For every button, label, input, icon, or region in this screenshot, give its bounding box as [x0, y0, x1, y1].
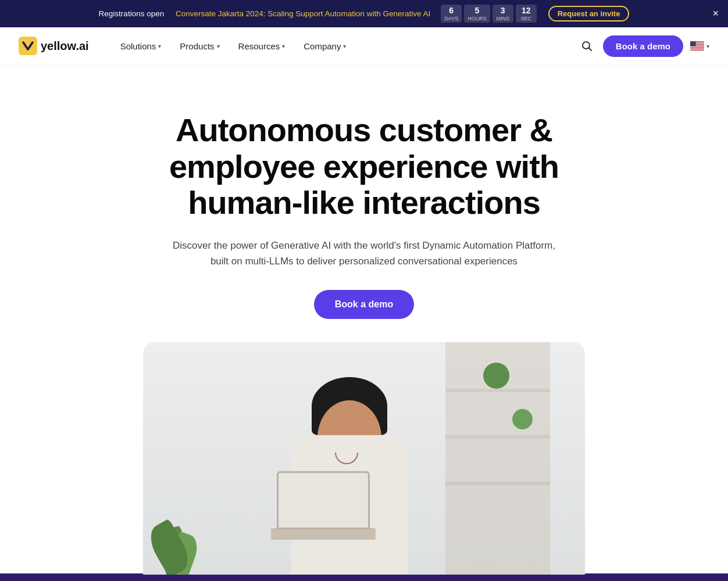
shelf-plank-2: [445, 435, 550, 439]
request-invite-button[interactable]: Request an invite: [548, 6, 630, 21]
svg-rect-8: [690, 48, 704, 48]
solutions-chevron-icon: ▾: [158, 43, 161, 49]
svg-rect-10: [690, 41, 696, 46]
close-announcement-button[interactable]: ×: [712, 8, 719, 19]
resources-chevron-icon: ▾: [282, 43, 285, 49]
hero-section: Autonomous customer & employee experienc…: [0, 66, 728, 343]
shelf-plank-3: [445, 482, 550, 485]
hero-heading: Autonomous customer & employee experienc…: [137, 112, 591, 221]
nav-company[interactable]: Company ▾: [295, 37, 354, 56]
search-icon: [581, 40, 593, 52]
language-selector[interactable]: ▾: [690, 41, 709, 51]
flag-icon: [690, 41, 704, 51]
svg-rect-7: [690, 46, 704, 47]
book-demo-nav-button[interactable]: Book a demo: [603, 35, 683, 57]
navbar: yellow.ai Solutions ▾ Products ▾ Resourc…: [0, 27, 728, 66]
search-button[interactable]: [577, 37, 596, 55]
products-label: Products: [180, 41, 214, 51]
countdown-mins: 3 Mins: [493, 5, 513, 23]
logo-icon: [19, 37, 37, 55]
countdown-days: 6 Days: [441, 5, 462, 23]
hero-subtext: Discover the power of Generative AI with…: [166, 238, 562, 269]
hero-heading-line1: Autonomous customer &: [176, 112, 552, 148]
company-chevron-icon: ▾: [343, 43, 346, 49]
svg-rect-0: [19, 37, 37, 55]
company-label: Company: [304, 41, 341, 51]
nav-solutions[interactable]: Solutions ▾: [112, 37, 170, 56]
reg-text: Registrations open: [99, 9, 165, 18]
shelf-plank-1: [445, 389, 550, 392]
hero-heading-line2: employee experience with: [169, 148, 559, 185]
nav-products[interactable]: Products ▾: [172, 37, 227, 56]
countdown: 6 Days 5 Hours 3 Mins 12 Sec: [441, 5, 537, 23]
resources-label: Resources: [238, 41, 280, 51]
nav-resources[interactable]: Resources ▾: [230, 37, 294, 56]
hero-heading-line3: human-like interactions: [188, 184, 540, 221]
countdown-sec: 12 Sec: [516, 5, 537, 23]
laptop-base: [271, 528, 376, 540]
announcement-bar: Registrations open Conversate Jakarta 20…: [0, 0, 728, 27]
event-link[interactable]: Conversate Jakarta 2024: Scaling Support…: [176, 9, 430, 18]
logo[interactable]: yellow.ai: [19, 37, 89, 55]
svg-line-2: [588, 48, 591, 51]
hero-cta-button[interactable]: Book a demo: [314, 290, 414, 319]
laptop-screen: [277, 471, 370, 529]
svg-rect-9: [690, 49, 704, 50]
hero-image-area: [0, 342, 728, 581]
nav-right: Book a demo ▾: [577, 35, 709, 57]
hero-image: [143, 342, 585, 575]
solutions-label: Solutions: [120, 41, 156, 51]
chevron-down-icon: ▾: [706, 43, 709, 49]
nav-links: Solutions ▾ Products ▾ Resources ▾ Compa…: [112, 37, 577, 56]
logo-text: yellow.ai: [41, 40, 89, 53]
countdown-hours: 5 Hours: [464, 5, 490, 23]
products-chevron-icon: ▾: [217, 43, 220, 49]
